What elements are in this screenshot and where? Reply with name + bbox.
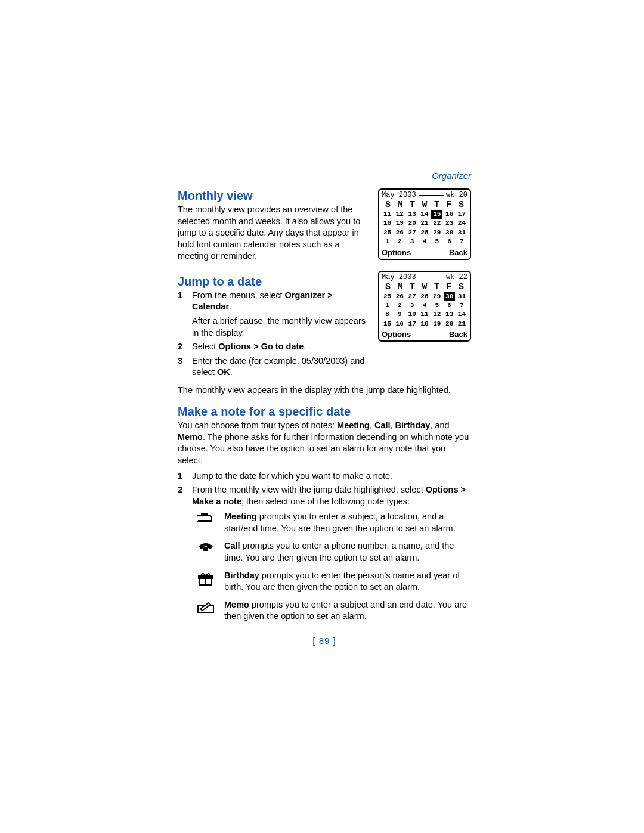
day-f: F bbox=[444, 282, 455, 292]
calendar-day: 5 bbox=[431, 301, 442, 310]
meeting-icon bbox=[196, 511, 216, 524]
calendar-day: 12 bbox=[431, 310, 442, 319]
phone-screen-1: May 2003 wk 20 SMTWTFS 11121314151617181… bbox=[378, 188, 471, 260]
day-header-row: SMTWTFS bbox=[382, 282, 467, 292]
button-label: OK bbox=[217, 367, 230, 377]
calendar-day: 29 bbox=[431, 292, 442, 301]
calendar-row: 25262728293031 bbox=[382, 228, 467, 237]
calendar-row: 1234567 bbox=[382, 301, 467, 310]
note-call: Call prompts you to enter a phone number… bbox=[196, 540, 471, 563]
step-1: 1 From the menus, select Organizer > Cal… bbox=[178, 290, 370, 339]
calendar-row: 18192021222324 bbox=[382, 219, 467, 228]
step-number: 3 bbox=[178, 355, 185, 379]
calendar-day: 31 bbox=[456, 292, 467, 301]
make-note-intro: You can choose from four types of notes:… bbox=[178, 420, 471, 466]
calendar-day: 2 bbox=[394, 301, 405, 310]
manual-page: Organizer Monthly view The monthly view … bbox=[0, 0, 644, 833]
calendar-day: 18 bbox=[419, 320, 430, 329]
calendar-day: 28 bbox=[419, 292, 430, 301]
note-types-list: Meeting prompts you to enter a subject, … bbox=[196, 511, 471, 623]
day-s: S bbox=[382, 282, 394, 292]
note-birthday: Birthday prompts you to enter the person… bbox=[196, 570, 471, 593]
page-number: [ 89 ] bbox=[178, 636, 471, 646]
divider bbox=[419, 277, 444, 277]
svg-rect-0 bbox=[198, 520, 212, 522]
calendar-day: 18 bbox=[382, 219, 393, 228]
day-t: T bbox=[407, 200, 418, 210]
calendar-day: 2 bbox=[394, 237, 405, 246]
calendar-day: 20 bbox=[444, 320, 455, 329]
step-text: Select bbox=[192, 342, 218, 351]
calendar-day: 26 bbox=[394, 292, 405, 301]
calendar-day: 16 bbox=[444, 210, 455, 219]
calendar-row: 891011121314 bbox=[382, 310, 467, 319]
calendar-day: 13 bbox=[444, 310, 455, 319]
day-header-row: SMTWTFS bbox=[382, 200, 467, 210]
calendar-day: 3 bbox=[407, 237, 418, 246]
step-text: ; then select one of the following note … bbox=[242, 497, 410, 506]
step-number: 2 bbox=[178, 341, 185, 353]
phone-screen-2: May 2003 wk 22 SMTWTFS 25262728293031123… bbox=[378, 271, 471, 342]
calendar-day: 12 bbox=[394, 210, 405, 219]
calendar-day: 19 bbox=[431, 320, 442, 329]
step-3: 3 Enter the date (for example, 05/30/200… bbox=[178, 355, 370, 379]
step-text: . bbox=[230, 367, 233, 377]
calendar-day: 4 bbox=[419, 237, 430, 246]
calendar-day: 19 bbox=[394, 219, 405, 228]
calendar-day: 17 bbox=[456, 210, 467, 219]
calendar-day: 1 bbox=[382, 237, 393, 246]
calendar-day: 30 bbox=[444, 228, 455, 237]
calendar-day: 25 bbox=[382, 292, 393, 301]
calendar-day: 7 bbox=[456, 237, 467, 246]
calendar-day: 27 bbox=[407, 228, 418, 237]
day-w: W bbox=[419, 200, 431, 210]
calendar-day: 31 bbox=[456, 228, 467, 237]
day-s2: S bbox=[456, 200, 467, 210]
heading-make-note: Make a note for a specific date bbox=[178, 404, 471, 419]
calendar-day: 5 bbox=[431, 237, 442, 246]
step-text: . bbox=[229, 302, 231, 311]
calendar-row: 15161718192021 bbox=[382, 320, 467, 329]
softkey-options: Options bbox=[382, 330, 411, 339]
step-number: 1 bbox=[178, 290, 185, 339]
jump-result: The monthly view appears in the display … bbox=[178, 385, 471, 397]
calendar-day: 28 bbox=[419, 228, 430, 237]
day-w: W bbox=[419, 282, 431, 292]
calendar-day: 6 bbox=[444, 237, 455, 246]
note-memo: Memo prompts you to enter a subject and … bbox=[196, 599, 471, 623]
calendar-day: 25 bbox=[382, 228, 393, 237]
step-note: After a brief pause, the monthly view ap… bbox=[192, 315, 370, 339]
section-make-note: Make a note for a specific date You can … bbox=[178, 404, 471, 622]
phone-icon bbox=[196, 540, 216, 552]
heading-jump-to-date: Jump to a date bbox=[178, 274, 370, 289]
calendar-day: 16 bbox=[394, 320, 405, 329]
svg-rect-1 bbox=[203, 547, 208, 551]
step-text: From the monthly view with the jump date… bbox=[192, 485, 426, 494]
calendar-day: 30 bbox=[444, 292, 455, 301]
calendar-day: 21 bbox=[456, 320, 467, 329]
calendar-day: 10 bbox=[407, 310, 418, 319]
softkey-options: Options bbox=[382, 248, 411, 257]
pencil-icon bbox=[196, 599, 216, 614]
calendar-day: 20 bbox=[407, 219, 418, 228]
divider bbox=[419, 195, 444, 196]
step-text: From the menus, select bbox=[192, 290, 285, 300]
step-2: 2 Select Options > Go to date. bbox=[178, 341, 370, 353]
calendar-day: 24 bbox=[456, 219, 467, 228]
calendar-day: 14 bbox=[419, 210, 430, 219]
day-t: T bbox=[407, 282, 418, 292]
calendar-day: 26 bbox=[394, 228, 405, 237]
calendar-day: 6 bbox=[444, 301, 455, 310]
menu-path: Options > Go to date bbox=[218, 342, 304, 351]
calendar-day: 15 bbox=[382, 320, 393, 329]
calendar-row: 25262728293031 bbox=[382, 292, 467, 301]
calendar-day: 14 bbox=[456, 310, 467, 319]
screen-month: May 2003 bbox=[382, 273, 416, 281]
step-text: . bbox=[304, 342, 306, 351]
calendar-day: 7 bbox=[456, 301, 467, 310]
softkey-back: Back bbox=[449, 248, 467, 257]
screen-week: wk 20 bbox=[446, 191, 467, 199]
day-m: M bbox=[395, 200, 406, 210]
step-number: 1 bbox=[178, 470, 185, 482]
calendar-day: 15 bbox=[431, 210, 442, 219]
